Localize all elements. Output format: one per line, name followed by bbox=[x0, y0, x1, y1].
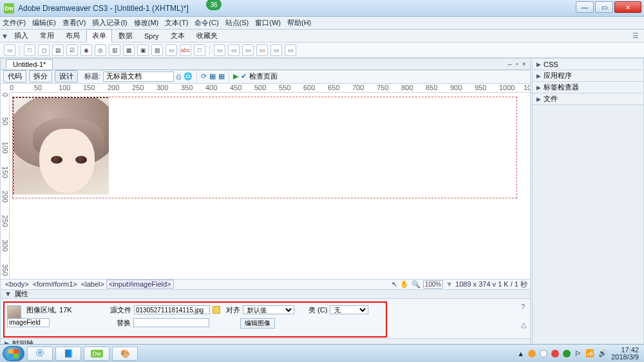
label-icon[interactable]: abc bbox=[180, 44, 191, 56]
crumb-form[interactable]: <form#form1> bbox=[31, 280, 79, 288]
radio-icon[interactable]: ◉ bbox=[80, 44, 92, 56]
globe-icon[interactable]: 🌐 bbox=[184, 72, 193, 81]
start-button[interactable] bbox=[3, 346, 24, 361]
crumb-label[interactable]: <label> bbox=[79, 280, 106, 288]
tool-icon-1[interactable]: ⎙ bbox=[176, 73, 181, 81]
checkbox-icon[interactable]: ☑ bbox=[66, 44, 78, 56]
spry4-icon[interactable]: ▭ bbox=[256, 44, 268, 56]
spry3-icon[interactable]: ▭ bbox=[242, 44, 254, 56]
refresh-icon[interactable]: ⟳ bbox=[201, 72, 207, 81]
insert-options-icon[interactable]: ☰ bbox=[632, 32, 639, 40]
tray-network-icon[interactable]: 📶 bbox=[585, 349, 594, 357]
spry6-icon[interactable]: ▭ bbox=[285, 44, 296, 56]
tray-icon-2[interactable] bbox=[540, 350, 547, 357]
task-paint[interactable]: 🎨 bbox=[112, 347, 138, 361]
image-field-selection[interactable] bbox=[13, 97, 108, 194]
tray-icon-3[interactable] bbox=[551, 350, 559, 357]
insert-tab-text[interactable]: 文本 bbox=[166, 30, 190, 42]
zoom-icon[interactable]: 🔍 bbox=[412, 280, 421, 289]
menu-view[interactable]: 查看(V) bbox=[62, 18, 86, 28]
insert-tab-spry[interactable]: Spry bbox=[139, 31, 164, 41]
spry2-icon[interactable]: ▭ bbox=[228, 44, 240, 56]
insert-tab-fav[interactable]: 收藏夹 bbox=[191, 30, 223, 42]
file-mgmt-icon[interactable]: ▦ bbox=[209, 72, 216, 81]
menu-insert[interactable]: 插入记录(I) bbox=[92, 18, 127, 28]
doc-restore-icon[interactable]: ▫ bbox=[516, 60, 518, 68]
doc-minimize-icon[interactable]: – bbox=[508, 60, 512, 68]
panel-files[interactable]: ▶文件 bbox=[533, 93, 643, 105]
edit-image-button[interactable]: 编辑图像 bbox=[240, 318, 275, 329]
browse-folder-icon[interactable] bbox=[213, 306, 220, 314]
tray-icon-1[interactable] bbox=[528, 350, 536, 357]
title-input[interactable] bbox=[103, 71, 174, 82]
validate-icon[interactable]: ✔ bbox=[241, 72, 247, 81]
tray-flag-icon[interactable]: 🏳 bbox=[574, 350, 582, 357]
tray-volume-icon[interactable]: 🔊 bbox=[598, 349, 607, 357]
insert-tab-common[interactable]: 常用 bbox=[35, 30, 59, 42]
document-tab[interactable]: Untitled-1* bbox=[6, 59, 53, 70]
task-notepad[interactable]: 📘 bbox=[55, 347, 81, 361]
form-icon[interactable]: ▭ bbox=[4, 44, 15, 56]
crumb-input[interactable]: <input#imageField> bbox=[106, 280, 174, 289]
prop-id-input[interactable] bbox=[7, 318, 50, 327]
task-dreamweaver[interactable]: Dw bbox=[84, 347, 109, 361]
doc-close-icon[interactable]: × bbox=[522, 60, 526, 68]
prop-class-select[interactable]: 无 bbox=[330, 305, 368, 314]
jump-icon[interactable]: ▦ bbox=[123, 44, 135, 56]
panel-application[interactable]: ▶应用程序 bbox=[533, 70, 643, 82]
fieldset-icon[interactable]: □ bbox=[194, 44, 205, 56]
imagefield-icon[interactable]: ▣ bbox=[137, 44, 149, 56]
menu-site[interactable]: 站点(S) bbox=[225, 18, 249, 28]
menu-commands[interactable]: 命令(C) bbox=[194, 18, 218, 28]
insert-tab-layout[interactable]: 布局 bbox=[61, 30, 85, 42]
check-icon[interactable]: ▶ bbox=[233, 72, 238, 81]
menu-edit[interactable]: 编辑(E) bbox=[32, 18, 56, 28]
prop-align-select[interactable]: 默认值 bbox=[243, 305, 294, 314]
tray-icon-4[interactable] bbox=[563, 350, 571, 357]
insert-tab-forms[interactable]: 表单 bbox=[86, 29, 112, 43]
maximize-button[interactable]: ▭ bbox=[595, 1, 613, 13]
view-code[interactable]: 代码 bbox=[3, 70, 26, 82]
prop-src-input[interactable] bbox=[134, 305, 210, 314]
spry1-icon[interactable]: ▭ bbox=[214, 44, 225, 56]
preview-icon[interactable]: ▦ bbox=[218, 72, 225, 81]
menu-modify[interactable]: 修改(M) bbox=[134, 18, 159, 28]
view-split[interactable]: 拆分 bbox=[29, 70, 52, 82]
windows-taskbar: ⓔ 📘 Dw 🎨 ▲ 🏳 📶 🔊 17:42 2018/3/9 bbox=[0, 344, 644, 362]
expand-icon[interactable]: △ bbox=[521, 321, 526, 329]
textfield-icon[interactable]: □ bbox=[24, 44, 35, 56]
insert-tab-data[interactable]: 数据 bbox=[113, 30, 138, 42]
tray-up-icon[interactable]: ▲ bbox=[517, 350, 524, 357]
hidden-icon[interactable]: ◻ bbox=[38, 44, 50, 56]
view-design[interactable]: 设计 bbox=[55, 70, 78, 82]
check-page-label[interactable]: 检查页面 bbox=[249, 71, 278, 81]
help-icon[interactable]: ? bbox=[521, 303, 526, 310]
menu-text[interactable]: 文本(T) bbox=[165, 18, 188, 28]
list-icon[interactable]: ▥ bbox=[109, 44, 120, 56]
crumb-body[interactable]: <body> bbox=[3, 280, 31, 288]
textarea-icon[interactable]: ▤ bbox=[52, 44, 64, 56]
spry5-icon[interactable]: ▭ bbox=[270, 44, 282, 56]
close-button[interactable]: ✕ bbox=[614, 1, 641, 13]
design-canvas[interactable] bbox=[10, 93, 530, 279]
document-toolbar: 代码 拆分 设计 标题: ⎙ 🌐 ⟳ ▦ ▦ ▶ ✔ 检查页面 bbox=[1, 70, 530, 84]
menu-window[interactable]: 窗口(W) bbox=[255, 18, 281, 28]
panel-css[interactable]: ▶CSS bbox=[533, 59, 643, 70]
button-icon[interactable]: ▭ bbox=[166, 44, 177, 56]
zoom-select[interactable]: 100% bbox=[423, 280, 444, 289]
form-outline bbox=[12, 97, 517, 198]
insert-collapse-icon[interactable]: ▼ bbox=[1, 32, 8, 40]
pointer-icon[interactable]: ↖ bbox=[392, 280, 397, 289]
prop-alt-input[interactable] bbox=[133, 318, 209, 327]
menu-help[interactable]: 帮助(H) bbox=[287, 18, 311, 28]
menu-file[interactable]: 文件(F) bbox=[3, 18, 26, 28]
task-ie[interactable]: ⓔ bbox=[27, 347, 53, 361]
taskbar-clock[interactable]: 17:42 2018/3/9 bbox=[611, 347, 639, 361]
hand-icon[interactable]: ✋ bbox=[400, 280, 409, 289]
radiogroup-icon[interactable]: ◎ bbox=[95, 44, 106, 56]
filefield-icon[interactable]: ▧ bbox=[151, 44, 163, 56]
panel-tag-inspector[interactable]: ▶标签检查器 bbox=[533, 82, 643, 93]
prop-type-label: 图像区域, bbox=[26, 305, 57, 315]
properties-header[interactable]: ▼ 属性 bbox=[1, 289, 530, 298]
minimize-button[interactable]: — bbox=[576, 1, 594, 13]
